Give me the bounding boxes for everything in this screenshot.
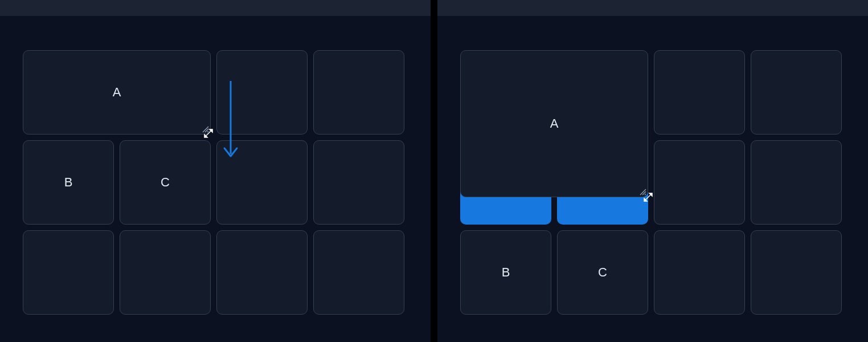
grid-cell[interactable] xyxy=(751,140,842,225)
grid-cell[interactable] xyxy=(23,230,114,315)
grid-cell[interactable] xyxy=(120,230,211,315)
grid-cell-c[interactable]: C xyxy=(557,230,648,315)
grid-cell[interactable] xyxy=(654,140,745,225)
panel-label: A xyxy=(550,116,559,131)
panel-label: A xyxy=(113,85,121,100)
grid-cell-b[interactable]: B xyxy=(23,140,114,225)
panel-a[interactable]: A xyxy=(460,50,648,197)
pane-before: B C A xyxy=(0,0,431,342)
grid-cell[interactable] xyxy=(751,50,842,135)
pane-after: B C A xyxy=(437,0,868,342)
grid-cell-b[interactable]: B xyxy=(460,230,551,315)
dashboard-grid[interactable]: B C A xyxy=(0,16,431,342)
grid-cell[interactable] xyxy=(216,230,308,315)
grid-cell[interactable] xyxy=(751,230,842,315)
panel-label: B xyxy=(502,265,510,280)
resize-cursor-icon xyxy=(642,192,654,203)
window-titlebar xyxy=(437,0,868,16)
dashboard-grid[interactable]: B C A xyxy=(437,16,868,342)
arrow-down-icon xyxy=(222,81,239,161)
window-titlebar xyxy=(0,0,431,16)
grid-cell[interactable] xyxy=(654,50,745,135)
grid-cell-c[interactable]: C xyxy=(120,140,211,225)
grid-cell[interactable] xyxy=(654,230,745,315)
panel-label: B xyxy=(64,175,73,190)
panel-a[interactable]: A xyxy=(23,50,211,135)
grid-cell[interactable] xyxy=(313,140,404,225)
grid-cell[interactable] xyxy=(313,230,404,315)
panel-label: C xyxy=(598,265,607,280)
panel-label: C xyxy=(161,175,170,190)
grid-cell[interactable] xyxy=(313,50,404,135)
resize-cursor-icon xyxy=(203,128,214,139)
